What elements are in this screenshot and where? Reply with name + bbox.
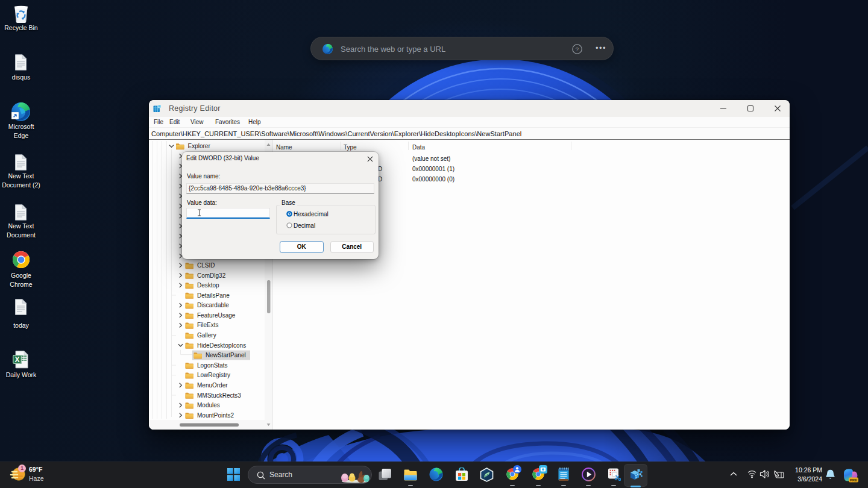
svg-text:NewStartPanel: NewStartPanel <box>206 352 246 358</box>
svg-text:0x00000001 (1): 0x00000001 (1) <box>412 166 454 172</box>
svg-text:CLSID: CLSID <box>197 262 215 269</box>
svg-text:?: ? <box>576 46 579 52</box>
svg-text:Type: Type <box>344 144 357 151</box>
svg-text:(value not set): (value not set) <box>412 155 450 162</box>
svg-text:ComDlg32: ComDlg32 <box>197 272 226 279</box>
svg-text:MountPoints2: MountPoints2 <box>197 412 234 419</box>
svg-text:HideDesktopIcons: HideDesktopIcons <box>197 342 246 349</box>
svg-text:0x00000000 (0): 0x00000000 (0) <box>412 176 454 183</box>
svg-text:FeatureUsage: FeatureUsage <box>197 312 236 319</box>
svg-text:Explorer: Explorer <box>188 143 211 149</box>
svg-text:Data: Data <box>412 144 426 151</box>
svg-text:Desktop: Desktop <box>197 282 219 289</box>
svg-text:Modules: Modules <box>197 402 220 408</box>
svg-text:LowRegistry: LowRegistry <box>197 372 230 378</box>
svg-text:Gallery: Gallery <box>197 332 216 339</box>
svg-text:PRE: PRE <box>850 478 857 482</box>
svg-text:X: X <box>14 355 19 364</box>
svg-text:MMStuckRects3: MMStuckRects3 <box>197 392 241 399</box>
svg-text:FileExts: FileExts <box>197 322 219 328</box>
svg-text:Discardable: Discardable <box>197 302 229 308</box>
svg-text:DetailsPane: DetailsPane <box>197 292 230 299</box>
svg-text:LogonStats: LogonStats <box>197 362 228 369</box>
svg-text:MenuOrder: MenuOrder <box>197 382 228 389</box>
svg-text:Name: Name <box>276 144 292 151</box>
